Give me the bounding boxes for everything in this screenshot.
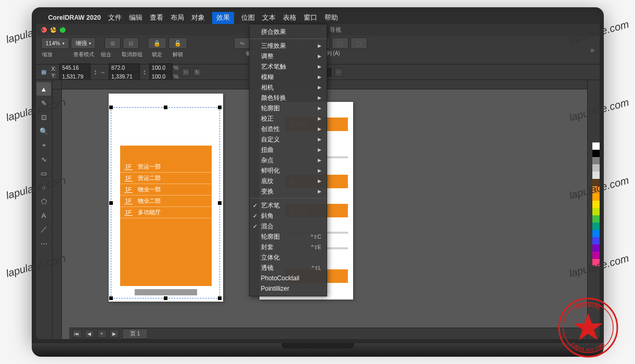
- effects-menu-dropdown: 拼合效果三维效果▶调整▶艺术笔触▶模糊▶相机▶颜色转换▶轮廓图▶校正▶创造性▶自…: [249, 24, 327, 296]
- menu-item[interactable]: 调整▶: [250, 51, 327, 61]
- page-add[interactable]: ＋: [97, 330, 107, 338]
- swatch[interactable]: [592, 259, 600, 266]
- menu-bitmap[interactable]: 位图: [241, 14, 255, 22]
- page-next[interactable]: ▶: [110, 330, 119, 338]
- swatch[interactable]: [592, 142, 600, 150]
- menu-item[interactable]: 杂点▶: [250, 155, 327, 165]
- h-field[interactable]: [109, 72, 140, 81]
- scalew-field[interactable]: [149, 63, 172, 72]
- y-field[interactable]: [59, 72, 90, 81]
- swatch[interactable]: [592, 252, 600, 259]
- dim-icon: ↔: [100, 69, 106, 75]
- polygon-tool[interactable]: ⬠: [36, 194, 51, 208]
- vertical-ruler[interactable]: [53, 89, 62, 339]
- page-tab[interactable]: 页 1: [122, 329, 148, 339]
- menu-item[interactable]: 轮廓图^⇧C: [250, 231, 327, 242]
- text-tool[interactable]: A: [36, 209, 51, 222]
- group-button[interactable]: ⊞: [105, 37, 121, 49]
- menu-item[interactable]: 轮廓图▶: [250, 103, 327, 113]
- swatch[interactable]: [592, 186, 600, 193]
- menu-view[interactable]: 查看: [150, 14, 163, 22]
- menu-item[interactable]: 艺术笔触▶: [250, 61, 327, 72]
- lock-ratio-icon[interactable]: ⚇: [182, 68, 190, 76]
- w-field[interactable]: [109, 63, 140, 72]
- menu-item[interactable]: 创造性▶: [250, 124, 327, 134]
- menu-item[interactable]: 底纹▶: [250, 176, 327, 186]
- menu-object[interactable]: 对象: [191, 14, 205, 22]
- menu-item[interactable]: 斜角: [250, 211, 327, 221]
- line-tool[interactable]: ／: [36, 223, 51, 236]
- arrange-4[interactable]: ⬚: [351, 37, 367, 49]
- zoom-label: 缩放: [42, 51, 53, 58]
- ungroup-label: 取消群组: [122, 51, 142, 58]
- menu-item[interactable]: 三维效果▶: [250, 41, 327, 51]
- swatch[interactable]: [592, 208, 600, 215]
- swatch[interactable]: [592, 172, 600, 179]
- prop-overflow[interactable]: ⋯: [334, 68, 343, 76]
- freehand-tool[interactable]: ＋: [36, 138, 51, 152]
- menu-item[interactable]: 颜色转换▶: [250, 93, 327, 103]
- curve-tool[interactable]: ∿: [36, 152, 51, 166]
- menu-item[interactable]: 艺术笔: [250, 200, 327, 211]
- crop-tool[interactable]: ⊡: [36, 110, 51, 124]
- minimize-button[interactable]: [50, 27, 56, 33]
- swatch[interactable]: [592, 157, 600, 164]
- menu-item[interactable]: 透镜^⇧L: [250, 263, 327, 273]
- menu-text[interactable]: 文本: [262, 14, 276, 22]
- swatch[interactable]: [592, 230, 600, 237]
- zoom-button[interactable]: [60, 27, 66, 33]
- close-button[interactable]: [41, 27, 47, 33]
- ellipse-tool[interactable]: ○: [36, 180, 51, 194]
- menu-item[interactable]: Pointillizer: [250, 283, 327, 294]
- toolbar-overflow-icon[interactable]: »: [590, 46, 594, 54]
- swatch[interactable]: [592, 164, 600, 172]
- zoom-dropdown[interactable]: 114%▾: [41, 37, 69, 49]
- menu-layout[interactable]: 布局: [171, 14, 184, 22]
- menu-item[interactable]: PhotoCocktail: [250, 273, 327, 283]
- swatch[interactable]: [592, 193, 600, 201]
- x-field[interactable]: [59, 63, 90, 72]
- swatch[interactable]: [592, 244, 600, 252]
- menu-item[interactable]: 封套^⇧E: [250, 242, 327, 252]
- arrange-3[interactable]: ⬚: [332, 37, 348, 49]
- swatch[interactable]: [592, 223, 600, 230]
- selection-icon: ▦: [41, 69, 48, 76]
- shape-tool[interactable]: ✎: [36, 96, 51, 110]
- more-tool[interactable]: ⋯: [36, 237, 51, 250]
- rectangle-tool[interactable]: ▭: [36, 166, 51, 180]
- swatch[interactable]: [592, 150, 600, 157]
- swatch[interactable]: [592, 237, 600, 244]
- menu-item[interactable]: 相机▶: [250, 82, 327, 93]
- page-prev[interactable]: ◀: [85, 330, 94, 338]
- menu-item[interactable]: 模糊▶: [250, 72, 327, 82]
- menu-item[interactable]: 鲜明化▶: [250, 165, 327, 176]
- lock-button[interactable]: 🔒: [148, 37, 166, 49]
- ungroup-button[interactable]: ⊟: [123, 37, 139, 49]
- swatch[interactable]: [592, 179, 600, 186]
- menu-table[interactable]: 表格: [283, 14, 296, 22]
- swatch[interactable]: [592, 201, 600, 208]
- page-first[interactable]: ⏮: [72, 330, 82, 338]
- menu-edit[interactable]: 编辑: [129, 14, 142, 22]
- app-name[interactable]: CorelDRAW 2020: [48, 14, 101, 21]
- menu-help[interactable]: 帮助: [325, 14, 338, 22]
- swatch[interactable]: [592, 215, 600, 223]
- menu-item[interactable]: 校正▶: [250, 113, 327, 124]
- menu-item[interactable]: 变换▶: [250, 186, 327, 197]
- menu-file[interactable]: 文件: [108, 14, 122, 22]
- menu-item[interactable]: 自定义▶: [250, 134, 327, 145]
- pick-tool[interactable]: ▲: [36, 82, 51, 96]
- zoom-tool[interactable]: 🔍: [36, 124, 51, 138]
- menu-item[interactable]: 混合: [250, 221, 327, 231]
- menu-item[interactable]: 立体化: [250, 252, 327, 263]
- menu-effects[interactable]: 效果: [212, 12, 234, 24]
- scaleh-field[interactable]: [149, 72, 172, 81]
- mirror-h-button[interactable]: ⇋: [234, 37, 250, 49]
- menu-item[interactable]: 拼合效果: [250, 27, 327, 37]
- doc-title: 导视: [330, 26, 341, 34]
- viewmode-dropdown[interactable]: 增强▾: [71, 37, 96, 49]
- menu-window[interactable]: 窗口: [304, 14, 317, 22]
- menu-item[interactable]: 扭曲▶: [250, 145, 327, 155]
- unlock-button[interactable]: 🔓: [169, 37, 187, 49]
- rotate-icon[interactable]: ↻: [193, 68, 201, 76]
